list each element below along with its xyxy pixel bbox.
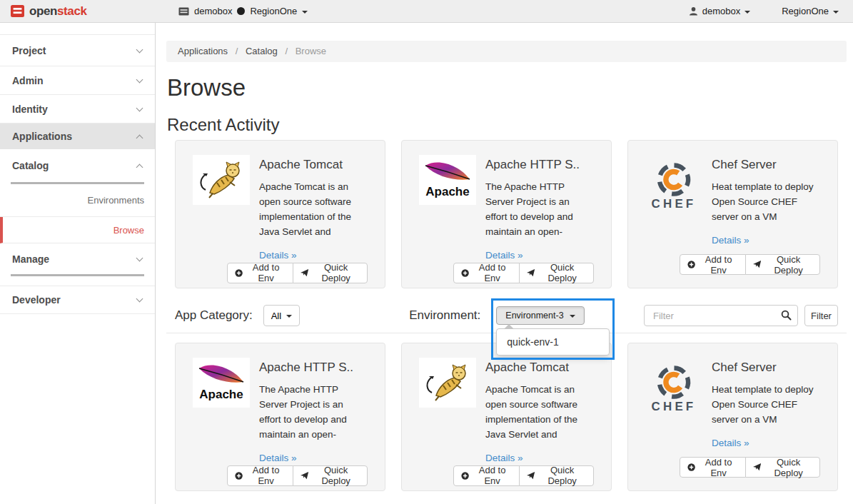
rocket-icon [301,268,308,278]
breadcrumb: Applications / Catalog / Browse [166,41,847,62]
chevron-down-icon [570,315,575,318]
sidebar-item-project[interactable]: Project [0,34,155,66]
app-card-title: Apache HTTP S.. [485,156,594,175]
app-card-apache-tomcat: Apache Tomcat Apache Tomcat is an open s… [401,343,612,491]
rocket-icon [527,268,535,278]
details-link[interactable]: Details » [712,435,749,450]
sidebar-item-applications[interactable]: Applications [0,123,155,149]
sidebar-label: Project [12,45,46,56]
environment-option[interactable]: quick-env-1 [497,333,609,351]
breadcrumb-separator: / [285,46,288,56]
add-to-env-button[interactable]: Add to Env [453,263,520,283]
sidebar-item-manage[interactable]: Manage [0,243,155,274]
search-icon[interactable] [781,310,792,324]
app-card-description: The Apache HTTP Server Project is an eff… [259,384,347,440]
environment-dropdown-wrap: Environment-3 quick-env-1 [496,306,584,325]
plus-circle-icon [687,260,695,269]
recent-activity-row: Apache Tomcat Apache Tomcat is an open s… [166,140,847,288]
chef-logo: CHEF [645,358,702,419]
details-link[interactable]: Details » [259,248,297,263]
region-menu[interactable]: RegionOne [782,6,839,16]
page-title: Browse [167,74,847,102]
user-menu[interactable]: demobox [689,6,750,16]
quick-deploy-button[interactable]: Quick Deploy [519,263,594,283]
app-card-apache-tomcat: Apache Tomcat Apache Tomcat is an open s… [175,140,385,288]
app-card-description: Apache Tomcat is an open source software… [259,181,351,237]
add-to-env-button[interactable]: Add to Env [453,465,520,486]
menu-notch-icon [504,324,514,329]
quick-deploy-button[interactable]: Quick Deploy [293,263,368,283]
chevron-down-icon [136,104,143,111]
sidebar-item-admin[interactable]: Admin [0,66,155,94]
sidebar-item-developer[interactable]: Developer [0,286,155,314]
app-card-title: Apache Tomcat [485,358,594,378]
openstack-logo[interactable]: openstack [10,4,161,19]
search-group: Filter [644,305,838,326]
app-card-description: Heat template to deploy Open Source CHEF… [712,384,814,425]
app-card-chef-server: CHEF Chef Server Heat template to deploy… [627,140,838,288]
add-to-env-button[interactable]: Add to Env [227,465,293,486]
chevron-down-icon [286,315,292,318]
chevron-up-icon [136,163,143,171]
context-project-name: demobox [194,6,232,16]
chevron-down-icon [745,11,750,14]
project-region-switcher[interactable]: demobox RegionOne [178,6,308,16]
card-actions: Add to Env Quick Deploy [645,254,820,275]
quick-deploy-button[interactable]: Quick Deploy [293,465,368,486]
details-link[interactable]: Details » [259,450,297,465]
details-link[interactable]: Details » [485,248,523,263]
app-card-title: Apache Tomcat [259,156,368,175]
app-category-dropdown[interactable]: All [263,305,300,326]
quick-deploy-button[interactable]: Quick Deploy [519,465,594,486]
plus-circle-icon [687,463,695,472]
sidebar-item-catalog[interactable]: Catalog [0,149,155,182]
sidebar-label: Identity [12,104,48,115]
add-to-env-button[interactable]: Add to Env [680,457,746,478]
apache-logo-text: Apache [199,388,243,401]
sidebar-item-browse-active[interactable]: Browse [0,217,155,243]
quick-deploy-button[interactable]: Quick Deploy [745,457,820,478]
chevron-down-icon [136,296,143,303]
card-actions: Add to Env Quick Deploy [419,263,594,283]
details-link[interactable]: Details » [485,450,523,465]
app-category-label: App Category: [175,308,253,323]
chevron-up-icon [136,134,143,141]
application-window: openstack demobox RegionOne demobox [0,0,853,504]
add-to-env-button[interactable]: Add to Env [227,263,293,283]
app-card-description: Heat template to deploy Open Source CHEF… [712,181,814,222]
add-to-env-button[interactable]: Add to Env [680,254,746,275]
app-card-description: Apache Tomcat is an open source software… [485,384,577,440]
region-menu-label: RegionOne [782,6,829,16]
breadcrumb-current: Browse [296,46,326,56]
chef-logo: CHEF [645,155,702,216]
chevron-down-icon [136,254,143,261]
user-menu-label: demobox [702,6,740,16]
rocket-icon [301,471,308,480]
apache-logo: Apache [419,155,476,205]
app-card-title: Chef Server [712,358,820,378]
filter-search-input[interactable] [644,305,798,326]
chef-logo-text: CHEF [652,400,697,413]
separator-dot-icon [237,7,245,15]
rocket-icon [753,260,761,269]
plus-circle-icon [461,471,469,480]
filter-button[interactable]: Filter [804,305,838,326]
tomcat-logo [193,155,250,205]
plus-circle-icon [461,268,469,278]
breadcrumb-catalog[interactable]: Catalog [246,46,278,56]
quick-deploy-button[interactable]: Quick Deploy [745,254,820,275]
card-actions: Add to Env Quick Deploy [419,465,594,486]
environment-dropdown[interactable]: Environment-3 [496,306,584,325]
rocket-icon [527,471,535,480]
breadcrumb-applications[interactable]: Applications [178,46,228,56]
app-card-title: Apache HTTP S.. [259,358,368,378]
sidebar-item-identity[interactable]: Identity [0,94,155,123]
breadcrumb-separator: / [236,46,238,56]
app-grid-row: Apache Apache HTTP S.. The Apache HTTP S… [166,343,847,491]
sidebar-label: Manage [12,253,49,265]
sidebar-item-environments[interactable]: Environments [0,184,155,217]
project-context-icon [178,7,189,16]
details-link[interactable]: Details » [712,233,749,248]
app-card-apache-http: Apache Apache HTTP S.. The Apache HTTP S… [175,343,385,491]
environment-label: Environment: [409,308,480,323]
